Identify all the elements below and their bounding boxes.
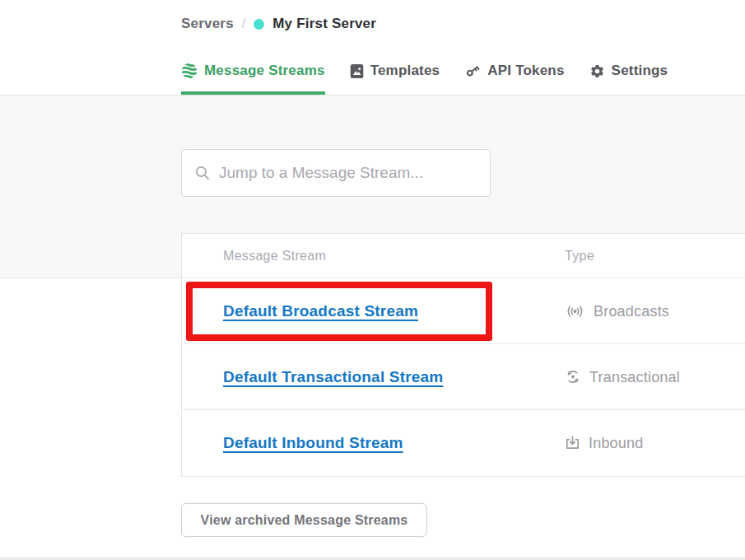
- tab-label: API Tokens: [487, 63, 564, 79]
- type-cell: Transactional: [565, 368, 680, 385]
- transactional-icon: [565, 369, 581, 385]
- tab-message-streams[interactable]: Message Streams: [181, 52, 325, 95]
- type-label: Broadcasts: [594, 302, 669, 320]
- view-archived-streams-button[interactable]: View archived Message Streams: [181, 503, 427, 537]
- breadcrumb-servers-link[interactable]: Servers: [181, 16, 234, 32]
- template-icon: [350, 63, 364, 79]
- breadcrumb-current-server: My First Server: [272, 16, 376, 32]
- type-label: Inbound: [589, 435, 643, 452]
- server-tabs: Message Streams Templates: [181, 52, 668, 95]
- default-broadcast-stream-link[interactable]: Default Broadcast Stream: [223, 302, 418, 320]
- table-header-row: Message Stream Type: [182, 234, 745, 278]
- table-row-transactional: Default Transactional Stream Transaction…: [182, 344, 745, 410]
- table-row-inbound: Default Inbound Stream Inbound: [182, 410, 745, 476]
- default-transactional-stream-link[interactable]: Default Transactional Stream: [223, 368, 443, 386]
- message-streams-table: Message Stream Type Default Broadcast St…: [181, 233, 745, 477]
- key-icon: [464, 63, 481, 79]
- tab-settings[interactable]: Settings: [589, 52, 668, 95]
- server-header: Servers / My First Server Message Stream…: [0, 0, 745, 96]
- type-cell: Broadcasts: [565, 302, 669, 320]
- broadcast-icon: [565, 303, 585, 319]
- gear-icon: [589, 63, 605, 79]
- search-icon: [195, 166, 210, 180]
- column-header-type: Type: [565, 249, 594, 264]
- column-header-message-stream: Message Stream: [223, 249, 326, 264]
- breadcrumb: Servers / My First Server: [181, 14, 376, 34]
- tab-api-tokens[interactable]: API Tokens: [464, 52, 564, 95]
- tab-label: Settings: [612, 63, 668, 79]
- tab-label: Templates: [370, 63, 440, 79]
- tab-templates[interactable]: Templates: [350, 52, 440, 95]
- server-status-dot: [254, 19, 264, 30]
- stream-search: [181, 149, 491, 197]
- breadcrumb-separator: /: [242, 16, 245, 31]
- type-label: Transactional: [589, 368, 680, 385]
- inbound-icon: [565, 436, 580, 451]
- default-inbound-stream-link[interactable]: Default Inbound Stream: [223, 434, 403, 452]
- type-cell: Inbound: [565, 435, 643, 452]
- streams-icon: [181, 63, 198, 79]
- tab-label: Message Streams: [204, 63, 325, 79]
- search-input[interactable]: [219, 164, 477, 182]
- table-row-broadcast: Default Broadcast Stream Broadcasts: [182, 278, 745, 344]
